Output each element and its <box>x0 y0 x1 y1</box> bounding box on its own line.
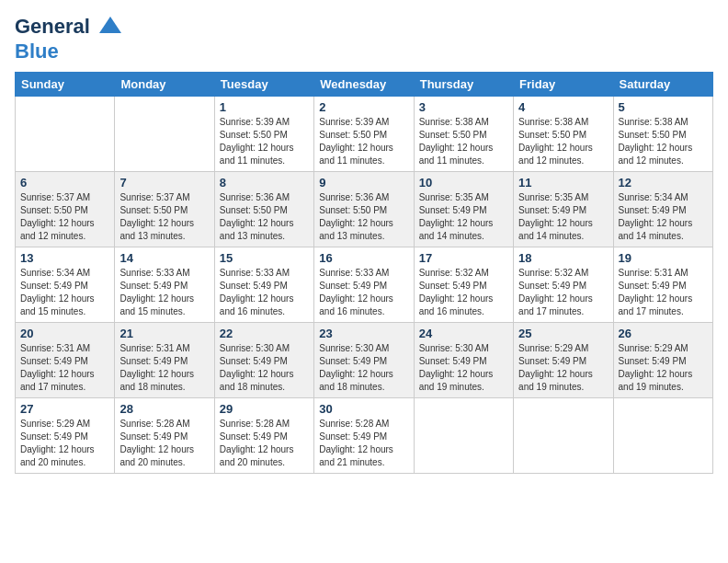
day-number: 3 <box>419 100 508 114</box>
calendar-cell: 24Sunrise: 5:30 AM Sunset: 5:49 PM Dayli… <box>414 323 513 398</box>
day-number: 26 <box>619 327 708 340</box>
calendar-week-row: 20Sunrise: 5:31 AM Sunset: 5:49 PM Dayli… <box>16 323 713 398</box>
day-info: Sunrise: 5:37 AM Sunset: 5:50 PM Dayligh… <box>20 191 109 243</box>
day-number: 18 <box>518 251 608 265</box>
day-number: 19 <box>619 251 708 265</box>
day-number: 16 <box>319 251 408 265</box>
day-number: 14 <box>119 251 209 265</box>
logo-blue-text: Blue <box>15 40 59 63</box>
calendar-cell: 23Sunrise: 5:30 AM Sunset: 5:49 PM Dayli… <box>314 323 414 398</box>
calendar-cell: 10Sunrise: 5:35 AM Sunset: 5:49 PM Dayli… <box>414 172 513 247</box>
day-number: 15 <box>220 251 309 265</box>
day-info: Sunrise: 5:34 AM Sunset: 5:49 PM Dayligh… <box>20 267 109 318</box>
calendar-cell: 26Sunrise: 5:29 AM Sunset: 5:49 PM Dayli… <box>613 323 712 398</box>
calendar-cell: 6Sunrise: 5:37 AM Sunset: 5:50 PM Daylig… <box>16 172 115 247</box>
day-info: Sunrise: 5:29 AM Sunset: 5:49 PM Dayligh… <box>619 342 708 394</box>
day-number: 29 <box>220 402 309 416</box>
calendar-cell: 27Sunrise: 5:29 AM Sunset: 5:49 PM Dayli… <box>16 398 115 474</box>
day-number: 24 <box>419 327 508 340</box>
day-number: 12 <box>619 176 708 190</box>
day-number: 6 <box>20 176 109 190</box>
day-info: Sunrise: 5:32 AM Sunset: 5:49 PM Dayligh… <box>518 267 608 318</box>
calendar-cell: 28Sunrise: 5:28 AM Sunset: 5:49 PM Dayli… <box>115 398 214 474</box>
weekday-header-sunday: Sunday <box>16 73 115 97</box>
calendar-cell: 22Sunrise: 5:30 AM Sunset: 5:49 PM Dayli… <box>214 323 313 398</box>
day-info: Sunrise: 5:28 AM Sunset: 5:49 PM Dayligh… <box>220 418 309 469</box>
day-number: 28 <box>119 402 209 416</box>
day-number: 27 <box>20 402 109 416</box>
day-number: 21 <box>119 327 209 340</box>
day-info: Sunrise: 5:36 AM Sunset: 5:50 PM Dayligh… <box>319 191 408 243</box>
day-number: 20 <box>20 327 109 340</box>
day-info: Sunrise: 5:30 AM Sunset: 5:49 PM Dayligh… <box>419 342 508 394</box>
day-info: Sunrise: 5:31 AM Sunset: 5:49 PM Dayligh… <box>119 342 209 394</box>
day-info: Sunrise: 5:33 AM Sunset: 5:49 PM Dayligh… <box>119 267 209 318</box>
calendar-cell: 14Sunrise: 5:33 AM Sunset: 5:49 PM Dayli… <box>115 247 214 323</box>
calendar-cell: 12Sunrise: 5:34 AM Sunset: 5:49 PM Dayli… <box>613 172 712 247</box>
day-number: 22 <box>220 327 309 340</box>
calendar-cell: 1Sunrise: 5:39 AM Sunset: 5:50 PM Daylig… <box>214 97 313 172</box>
day-number: 11 <box>518 176 608 190</box>
day-info: Sunrise: 5:39 AM Sunset: 5:50 PM Dayligh… <box>220 116 309 167</box>
logo: General Blue <box>15 15 123 63</box>
day-number: 4 <box>518 100 608 114</box>
calendar-cell: 8Sunrise: 5:36 AM Sunset: 5:50 PM Daylig… <box>214 172 313 247</box>
calendar-cell: 17Sunrise: 5:32 AM Sunset: 5:49 PM Dayli… <box>414 247 513 323</box>
day-number: 25 <box>518 327 608 340</box>
calendar-cell: 11Sunrise: 5:35 AM Sunset: 5:49 PM Dayli… <box>514 172 613 247</box>
day-info: Sunrise: 5:39 AM Sunset: 5:50 PM Dayligh… <box>319 116 408 167</box>
calendar-week-row: 6Sunrise: 5:37 AM Sunset: 5:50 PM Daylig… <box>16 172 713 247</box>
day-number: 7 <box>119 176 209 190</box>
day-number: 2 <box>319 100 408 114</box>
weekday-header-monday: Monday <box>115 73 214 97</box>
day-info: Sunrise: 5:31 AM Sunset: 5:49 PM Dayligh… <box>20 342 109 394</box>
day-info: Sunrise: 5:31 AM Sunset: 5:49 PM Dayligh… <box>619 267 708 318</box>
calendar-cell: 16Sunrise: 5:33 AM Sunset: 5:49 PM Dayli… <box>314 247 414 323</box>
day-info: Sunrise: 5:28 AM Sunset: 5:49 PM Dayligh… <box>319 418 408 469</box>
day-number: 13 <box>20 251 109 265</box>
day-info: Sunrise: 5:33 AM Sunset: 5:49 PM Dayligh… <box>220 267 309 318</box>
calendar-week-row: 13Sunrise: 5:34 AM Sunset: 5:49 PM Dayli… <box>16 247 713 323</box>
weekday-header-saturday: Saturday <box>613 73 712 97</box>
calendar-cell <box>115 97 214 172</box>
calendar-cell <box>414 398 513 474</box>
day-info: Sunrise: 5:37 AM Sunset: 5:50 PM Dayligh… <box>119 191 209 243</box>
calendar-cell: 21Sunrise: 5:31 AM Sunset: 5:49 PM Dayli… <box>115 323 214 398</box>
calendar-cell: 7Sunrise: 5:37 AM Sunset: 5:50 PM Daylig… <box>115 172 214 247</box>
day-number: 5 <box>619 100 708 114</box>
day-info: Sunrise: 5:38 AM Sunset: 5:50 PM Dayligh… <box>419 116 508 167</box>
day-info: Sunrise: 5:36 AM Sunset: 5:50 PM Dayligh… <box>220 191 309 243</box>
header: General Blue <box>15 15 713 63</box>
calendar-cell <box>613 398 712 474</box>
calendar-header-row: SundayMondayTuesdayWednesdayThursdayFrid… <box>16 73 713 97</box>
calendar-cell: 20Sunrise: 5:31 AM Sunset: 5:49 PM Dayli… <box>16 323 115 398</box>
calendar-cell: 30Sunrise: 5:28 AM Sunset: 5:49 PM Dayli… <box>314 398 414 474</box>
calendar-cell <box>16 97 115 172</box>
calendar-cell: 29Sunrise: 5:28 AM Sunset: 5:49 PM Dayli… <box>214 398 313 474</box>
day-number: 10 <box>419 176 508 190</box>
calendar-cell: 25Sunrise: 5:29 AM Sunset: 5:49 PM Dayli… <box>514 323 613 398</box>
calendar-week-row: 27Sunrise: 5:29 AM Sunset: 5:49 PM Dayli… <box>16 398 713 474</box>
calendar-cell: 4Sunrise: 5:38 AM Sunset: 5:50 PM Daylig… <box>514 97 613 172</box>
day-number: 9 <box>319 176 408 190</box>
calendar-week-row: 1Sunrise: 5:39 AM Sunset: 5:50 PM Daylig… <box>16 97 713 172</box>
calendar-cell: 3Sunrise: 5:38 AM Sunset: 5:50 PM Daylig… <box>414 97 513 172</box>
calendar-cell: 5Sunrise: 5:38 AM Sunset: 5:50 PM Daylig… <box>613 97 712 172</box>
calendar-table: SundayMondayTuesdayWednesdayThursdayFrid… <box>15 72 713 474</box>
day-info: Sunrise: 5:38 AM Sunset: 5:50 PM Dayligh… <box>518 116 608 167</box>
day-number: 30 <box>319 402 408 416</box>
calendar-cell: 19Sunrise: 5:31 AM Sunset: 5:49 PM Dayli… <box>613 247 712 323</box>
day-info: Sunrise: 5:34 AM Sunset: 5:49 PM Dayligh… <box>619 191 708 243</box>
calendar-cell <box>514 398 613 474</box>
day-info: Sunrise: 5:29 AM Sunset: 5:49 PM Dayligh… <box>20 418 109 469</box>
day-number: 23 <box>319 327 408 340</box>
day-number: 8 <box>220 176 309 190</box>
day-number: 17 <box>419 251 508 265</box>
calendar-cell: 15Sunrise: 5:33 AM Sunset: 5:49 PM Dayli… <box>214 247 313 323</box>
day-info: Sunrise: 5:35 AM Sunset: 5:49 PM Dayligh… <box>419 191 508 243</box>
calendar-cell: 2Sunrise: 5:39 AM Sunset: 5:50 PM Daylig… <box>314 97 414 172</box>
calendar-cell: 9Sunrise: 5:36 AM Sunset: 5:50 PM Daylig… <box>314 172 414 247</box>
weekday-header-friday: Friday <box>514 73 613 97</box>
weekday-header-wednesday: Wednesday <box>314 73 414 97</box>
day-info: Sunrise: 5:38 AM Sunset: 5:50 PM Dayligh… <box>619 116 708 167</box>
